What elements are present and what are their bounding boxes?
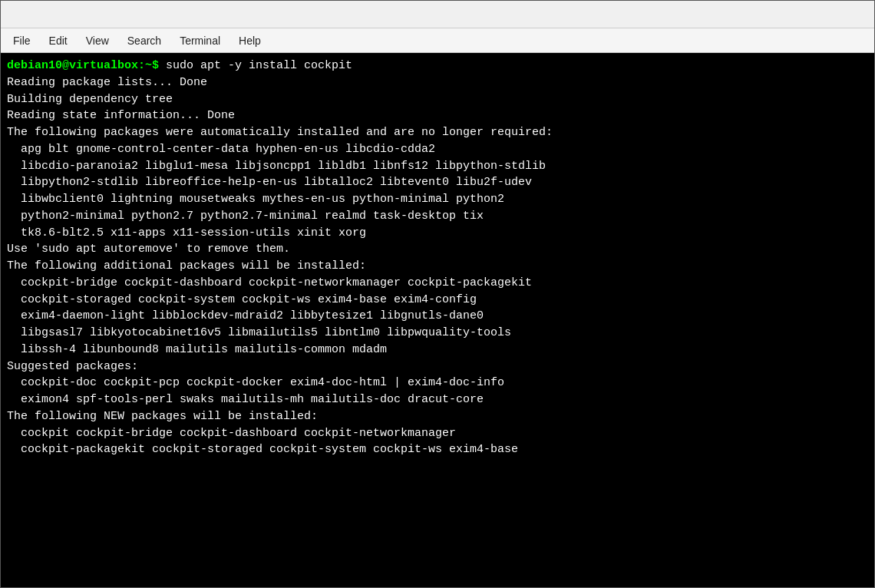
prompt-cmd: sudo apt -y install cockpit [159,59,352,72]
terminal-line: tk8.6-blt2.5 x11-apps x11-session-utils … [7,225,868,242]
terminal-line: The following NEW packages will be insta… [7,408,868,425]
terminal-line: Reading state information... Done [7,107,868,124]
terminal-line: libssh-4 libunbound8 mailutils mailutils… [7,342,868,358]
menu-help[interactable]: Help [231,31,269,50]
menu-edit[interactable]: Edit [41,31,75,50]
terminal-line: libgsasl7 libkyotocabinet16v5 libmailuti… [7,325,868,342]
terminal-window: File Edit View Search Terminal Help debi… [0,0,875,588]
terminal-line: Building dependency tree [7,91,868,108]
menu-file[interactable]: File [5,31,38,50]
menu-search[interactable]: Search [120,31,169,50]
terminal-line: cockpit-doc cockpit-pcp cockpit-docker e… [7,375,868,391]
menu-view[interactable]: View [78,31,117,50]
terminal-body[interactable]: debian10@virtualbox:~$ sudo apt -y insta… [1,53,874,587]
terminal-line: cockpit-packagekit cockpit-storaged cock… [7,441,868,458]
terminal-line: Suggested packages: [7,358,868,375]
menu-terminal[interactable]: Terminal [172,31,228,50]
terminal-line: cockpit-storaged cockpit-system cockpit-… [7,292,868,309]
terminal-line: cockpit cockpit-bridge cockpit-dashboard… [7,425,868,442]
title-bar [1,1,874,28]
terminal-line: Reading package lists... Done [7,74,868,91]
terminal-line: libwbclient0 lightning mousetweaks mythe… [7,191,868,208]
terminal-line: apg blt gnome-control-center-data hyphen… [7,141,868,158]
terminal-line: libpython2-stdlib libreoffice-help-en-us… [7,174,868,191]
terminal-line: debian10@virtualbox:~$ sudo apt -y insta… [7,58,868,74]
terminal-line: libcdio-paranoia2 libglu1-mesa libjsoncp… [7,158,868,175]
prompt-path: :~$ [138,59,159,72]
prompt-user: debian10@virtualbox [7,59,138,72]
terminal-line: exim4-daemon-light libblockdev-mdraid2 l… [7,308,868,325]
terminal-line: The following additional packages will b… [7,258,868,275]
terminal-line: Use 'sudo apt autoremove' to remove them… [7,241,868,258]
terminal-line: cockpit-bridge cockpit-dashboard cockpit… [7,275,868,292]
terminal-line: The following packages were automaticall… [7,124,868,141]
menu-bar: File Edit View Search Terminal Help [1,28,874,53]
terminal-line: python2-minimal python2.7 python2.7-mini… [7,208,868,225]
terminal-line: eximon4 spf-tools-perl swaks mailutils-m… [7,391,868,408]
